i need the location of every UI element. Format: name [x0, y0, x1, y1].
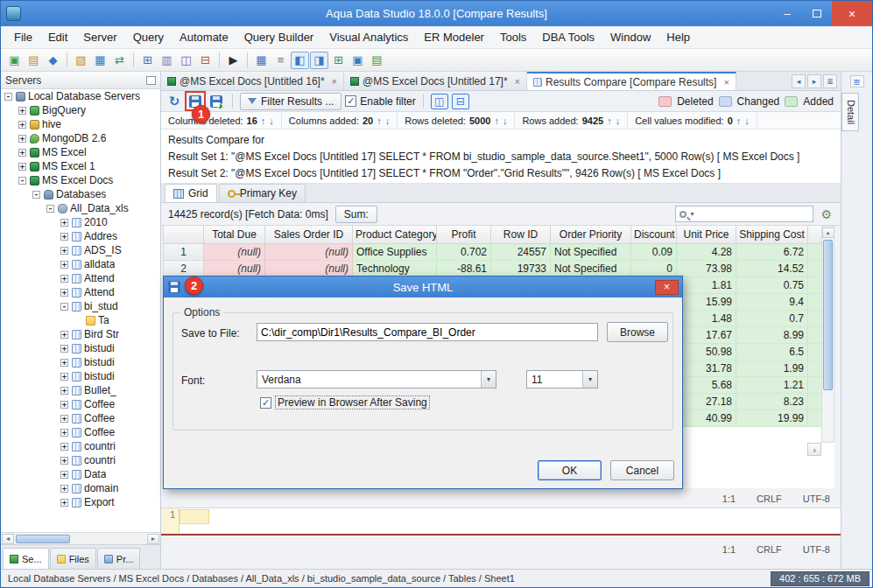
col-rownum[interactable] — [164, 226, 204, 243]
prev-diff-icon[interactable]: ↑ — [261, 116, 266, 126]
query-analyzer-icon[interactable]: ▥ — [158, 52, 176, 69]
col-row-id[interactable]: Row ID — [491, 226, 551, 243]
expand-icon[interactable]: + — [60, 415, 68, 423]
expand-icon[interactable]: + — [60, 429, 68, 437]
tree-item-local-database-servers[interactable]: -Local Database Servers — [1, 89, 160, 103]
row-number[interactable]: 2 — [164, 260, 204, 276]
tree-item-ms-excel-docs[interactable]: -MS Excel Docs — [1, 173, 160, 187]
prev-diff-icon[interactable]: ↑ — [607, 116, 612, 126]
tree-item-bigquery[interactable]: +BigQuery — [1, 103, 160, 117]
expand-icon[interactable] — [74, 317, 82, 325]
grid-cell[interactable]: 17.67 — [677, 326, 736, 343]
menu-visual-analytics[interactable]: Visual Analytics — [321, 27, 416, 47]
expand-icon[interactable]: - — [32, 191, 40, 199]
tab-projects[interactable]: Pr... — [97, 548, 141, 569]
tree-item-all-data-xls[interactable]: -All_Data_xls — [1, 201, 160, 215]
expand-icon[interactable]: + — [60, 373, 68, 381]
close-tab-icon[interactable]: × — [332, 76, 337, 87]
grid-cell[interactable]: Not Specified — [551, 260, 631, 276]
tree-item-addres[interactable]: +Addres — [1, 229, 160, 243]
font-size-select[interactable]: 11▾ — [526, 370, 598, 388]
cancel-button[interactable]: Cancel — [610, 460, 674, 480]
next-diff-icon[interactable]: ↓ — [385, 116, 391, 126]
prev-diff-icon[interactable]: ↑ — [736, 116, 742, 126]
tree-item-domain[interactable]: +domain — [1, 481, 160, 495]
next-diff-icon[interactable]: ↓ — [616, 116, 621, 126]
expand-icon[interactable]: + — [18, 149, 26, 157]
enable-filter-checkbox[interactable]: ✓ — [345, 95, 356, 107]
close-tab-icon[interactable]: × — [515, 76, 520, 87]
tree-item-mongodb[interactable]: +MongoDB 2.6 — [1, 131, 160, 145]
expand-icon[interactable]: - — [46, 205, 54, 213]
expand-icon[interactable]: + — [60, 443, 68, 451]
tree-item-coffee-2[interactable]: +Coffee — [1, 411, 160, 425]
table-row[interactable]: 2 (null) (null) Technology -88.61 19733 … — [164, 260, 822, 276]
tree-item-hive[interactable]: +hive — [1, 117, 160, 131]
grid-cell[interactable]: 19733 — [491, 260, 551, 276]
split-horizontal-icon[interactable]: ◧ — [291, 52, 309, 69]
tree-item-export[interactable]: +Export — [1, 495, 160, 509]
grid-cell[interactable]: 0.7 — [736, 310, 808, 326]
expand-icon[interactable]: - — [60, 303, 68, 311]
menu-query-builder[interactable]: Query Builder — [236, 27, 321, 47]
grid-cell[interactable]: 40.99 — [677, 410, 736, 426]
scroll-right-icon[interactable]: ▸ — [147, 534, 159, 544]
doc-tab-untitled-16[interactable]: @MS Excel Docs [Untitled 16]*× — [161, 72, 344, 90]
tab-files[interactable]: Files — [50, 548, 96, 569]
expand-icon[interactable]: + — [60, 359, 68, 367]
menu-edit[interactable]: Edit — [40, 27, 75, 47]
row-number[interactable]: 1 — [164, 243, 204, 260]
expand-icon[interactable]: - — [4, 93, 12, 101]
expand-icon[interactable]: + — [60, 457, 68, 465]
expand-icon[interactable]: + — [60, 331, 68, 339]
expand-icon[interactable]: + — [60, 289, 68, 297]
expand-icon[interactable]: + — [60, 499, 68, 507]
tree-item-tables-folder[interactable]: Ta — [1, 313, 160, 327]
grid-cell[interactable]: Office Supplies — [353, 243, 437, 260]
grid-cell[interactable]: 9.4 — [736, 293, 808, 310]
grid-cell[interactable]: 1.81 — [677, 276, 736, 293]
detail-tab[interactable]: Detail — [841, 93, 859, 131]
expand-icon[interactable]: + — [60, 275, 68, 283]
menu-automate[interactable]: Automate — [172, 27, 236, 47]
grid-cell[interactable]: 14.52 — [736, 260, 808, 276]
execute-query-icon[interactable]: ▶ — [224, 52, 243, 69]
chevron-down-icon[interactable]: ▾ — [481, 371, 496, 388]
dock-windows-icon[interactable]: ≣ — [850, 75, 864, 88]
grid-cell[interactable]: (null) — [265, 243, 353, 260]
tree-item-coffee[interactable]: +Coffee — [1, 397, 160, 411]
grid-cell[interactable]: 4.28 — [677, 243, 736, 260]
register-server-icon[interactable]: ▣ — [5, 52, 24, 69]
col-unit-price[interactable]: Unit Price — [677, 226, 736, 243]
grid-cell[interactable]: 15.99 — [677, 293, 736, 310]
chevron-down-icon[interactable]: ▾ — [582, 371, 597, 388]
expand-icon[interactable]: + — [60, 219, 68, 227]
tree-item-databases[interactable]: -Databases — [1, 187, 160, 201]
col-total-due[interactable]: Total Due — [204, 226, 265, 243]
tree-item-bistudi-2[interactable]: +bistudi — [1, 355, 160, 369]
grid-options-gear-icon[interactable]: ⚙ — [820, 207, 832, 221]
maximize-button[interactable] — [802, 1, 832, 26]
expand-icon[interactable]: + — [60, 485, 68, 493]
col-sales-order-id[interactable]: Sales Order ID — [265, 226, 353, 243]
next-tab-icon[interactable]: ▸ — [807, 74, 821, 88]
tree-item-alldata[interactable]: +alldata — [1, 257, 160, 271]
results-grid-icon[interactable]: ▦ — [252, 52, 271, 69]
menu-tools[interactable]: Tools — [492, 27, 534, 47]
grid-cell[interactable]: 19.99 — [736, 410, 808, 426]
expand-icon[interactable]: + — [60, 233, 68, 241]
grid-cell[interactable]: 31.78 — [677, 360, 736, 376]
next-diff-icon[interactable]: ↓ — [269, 116, 274, 126]
filter-results-button[interactable]: Filter Results ... — [240, 93, 341, 110]
expand-icon[interactable]: + — [60, 401, 68, 409]
grid-cell[interactable]: 27.18 — [677, 393, 736, 410]
grid-cell[interactable]: 5.68 — [677, 376, 736, 393]
grid-cell[interactable]: 73.98 — [677, 260, 736, 276]
tree-item-countri-2[interactable]: +countri — [1, 453, 160, 467]
save-file-icon[interactable]: ▦ — [91, 52, 109, 69]
schema-browser-icon[interactable]: ⊞ — [138, 52, 157, 69]
grid-cell[interactable]: (null) — [204, 260, 265, 276]
grid-cell[interactable]: 6.5 — [736, 343, 808, 360]
expand-icon[interactable]: + — [60, 471, 68, 479]
expand-icon[interactable]: + — [60, 247, 68, 255]
